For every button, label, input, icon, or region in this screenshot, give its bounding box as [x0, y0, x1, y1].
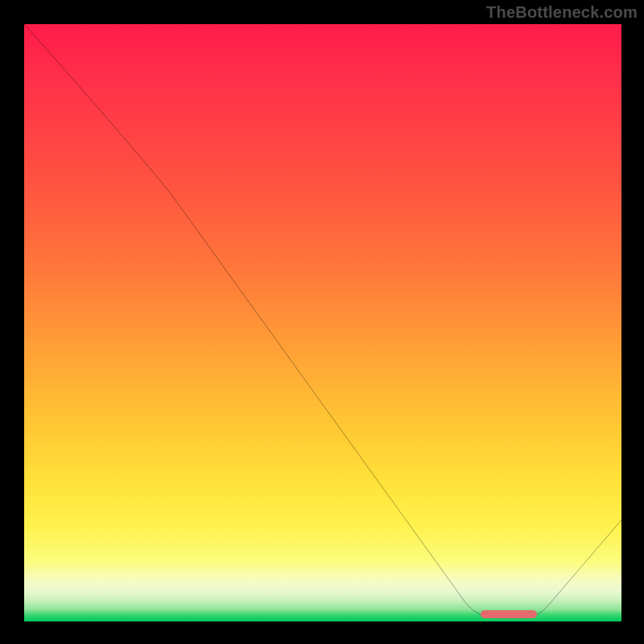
watermark-text: TheBottleneck.com [486, 3, 638, 22]
optimal-range-marker [481, 610, 537, 618]
chart-container: TheBottleneck.com [0, 0, 644, 644]
curve-path [24, 24, 621, 618]
bottleneck-curve [24, 24, 621, 621]
